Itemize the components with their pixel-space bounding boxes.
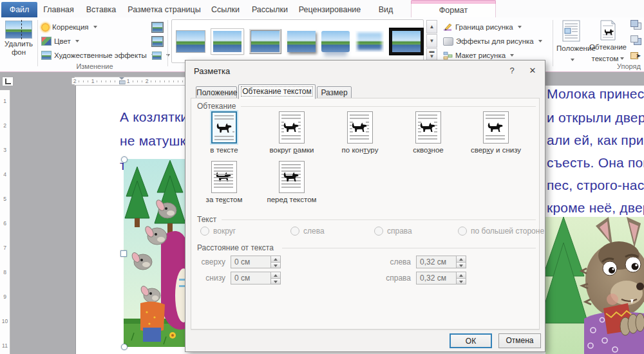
compress-picture-icon [152,23,163,32]
spin-down-icon[interactable] [271,279,280,284]
artistic-effects-button[interactable]: Художественные эффекты [41,49,155,62]
bring-forward-icon[interactable] [630,20,641,30]
wrap-option-through[interactable] [415,111,441,144]
ribbon-tab-6[interactable]: Рецензирование [294,2,366,17]
text-group-label: Текст [197,215,216,224]
distance-input-2[interactable]: 0 см [231,272,281,284]
wrap-option-label-tight: по контуру [321,146,399,154]
horizontal-ruler[interactable]: 2112 [74,77,200,86]
v-ruler-number: 6 [0,220,10,227]
color-button[interactable]: Цвет [41,35,79,48]
wrap-option-square[interactable] [279,111,305,144]
wrap-front-icon [279,162,303,191]
distance-input-4[interactable]: 0,32 см [416,272,466,284]
ribbon-tab-7[interactable]: Вид [371,2,401,17]
spin-up-icon[interactable] [457,272,466,279]
change-picture-button[interactable] [152,35,163,48]
position-icon [562,20,581,42]
radio-1[interactable]: вокруг [200,227,236,236]
radio-3[interactable]: справа [374,227,412,236]
ribbon-tab-1[interactable]: Главная [40,2,77,17]
tab-format[interactable]: Формат [411,4,496,17]
goats-picture[interactable] [124,159,187,347]
wrap-behind-icon [212,162,235,191]
wolf-picture[interactable] [545,217,644,354]
wrap-option-topbottom[interactable] [483,111,509,144]
document-text-line: Молока принес [547,86,644,102]
wrap-option-tight[interactable] [347,111,373,144]
ribbon-tab-3[interactable]: Разметка страницы [125,2,204,17]
selection-handle[interactable] [121,156,128,163]
indent-marker[interactable] [119,77,125,85]
spin-down-icon[interactable] [271,263,280,268]
dialog-tab-1[interactable]: Положение [196,86,237,98]
corrections-label: Коррекция [52,23,89,31]
ribbon-tab-4[interactable]: Ссылки [207,2,243,17]
spin-down-icon[interactable] [457,263,466,268]
picture-style-thumb-2[interactable] [211,29,243,54]
adjust-group-label: Изменение [40,62,149,70]
picture-style-thumb-5[interactable] [321,31,350,52]
tab-selector-icon [5,79,11,84]
corrections-button[interactable]: Коррекция [41,21,97,33]
layout-dialog: Разметка ? ✕ ПоложениеОбтекание текстомР… [185,60,545,352]
position-button[interactable]: Положение [556,20,586,65]
picture-layout-icon [443,51,453,60]
wrap-text-button[interactable]: Обтекание текстом [589,20,627,64]
picture-style-thumb-7[interactable] [390,28,423,55]
picture-style-thumb-4[interactable] [287,31,316,52]
help-button[interactable]: ? [506,65,518,76]
reset-picture-icon [152,51,162,60]
picture-style-thumb-3[interactable] [249,29,281,54]
ribbon-tab-2[interactable]: Вставка [81,2,121,17]
picture-border-button[interactable]: Граница рисунка [443,21,522,33]
picture-layout-label: Макет рисунка [455,51,506,59]
picture-effects-label: Эффекты для рисунка [456,37,534,45]
distance-value-2: 0 см [234,274,250,283]
group-rule [241,106,536,107]
spin-up-icon[interactable] [271,272,280,279]
word-window: Файл ГлавнаяВставкаРазметка страницыСсыл… [0,0,644,354]
cancel-button[interactable]: Отмена [498,333,541,348]
wrap-option-inline[interactable] [211,111,237,144]
chevron-down-icon [538,40,542,42]
gallery-up-button[interactable]: ▲ [426,20,437,33]
picture-effects-button[interactable]: Эффекты для рисунка [443,35,542,48]
close-icon[interactable]: ✕ [527,65,538,76]
v-ruler-number: 9 [0,293,10,300]
chevron-down-icon [510,54,514,57]
color-label: Цвет [54,37,71,45]
selection-pane-icon[interactable]: ➤ [630,51,641,61]
dialog-tab-3[interactable]: Размер [317,86,352,98]
radio-label: вокруг [213,227,236,236]
chevron-down-icon [166,54,170,57]
distance-input-1[interactable]: 0 см [231,256,281,268]
picture-style-thumb-6[interactable] [355,31,384,52]
picture-border-icon [443,23,453,32]
dialog-tab-2[interactable]: Обтекание текстом [238,84,316,99]
v-ruler-number: 7 [0,245,10,251]
ribbon-tab-5[interactable]: Рассылки [249,2,291,17]
vertical-ruler[interactable]: 1234567891011 [0,90,10,354]
distance-value-3: 0,32 см [420,257,446,266]
gallery-down-button[interactable]: ▼ [426,34,437,48]
spin-down-icon[interactable] [457,279,466,284]
radio-2[interactable]: слева [290,227,325,236]
picture-style-thumb-1[interactable] [176,30,205,53]
wrap-option-front[interactable] [279,161,305,193]
send-backward-icon[interactable] [630,35,641,45]
radio-label: слева [303,227,325,236]
radio-4[interactable]: по большей стороне [458,227,544,236]
compress-picture-button[interactable] [152,21,163,33]
wrap-option-behind[interactable] [211,161,237,193]
wrap-through-icon [416,112,439,142]
spin-up-icon[interactable] [271,256,280,263]
selection-handle[interactable] [120,250,127,257]
ok-button[interactable]: ОК [450,333,492,348]
selection-handle[interactable] [121,344,128,350]
tab-selector[interactable] [2,77,14,86]
wrap-tight-icon [348,112,371,142]
remove-background-button[interactable]: Удалить фон [3,20,35,64]
distance-input-3[interactable]: 0,32 см [416,256,466,268]
spin-up-icon[interactable] [457,256,466,263]
